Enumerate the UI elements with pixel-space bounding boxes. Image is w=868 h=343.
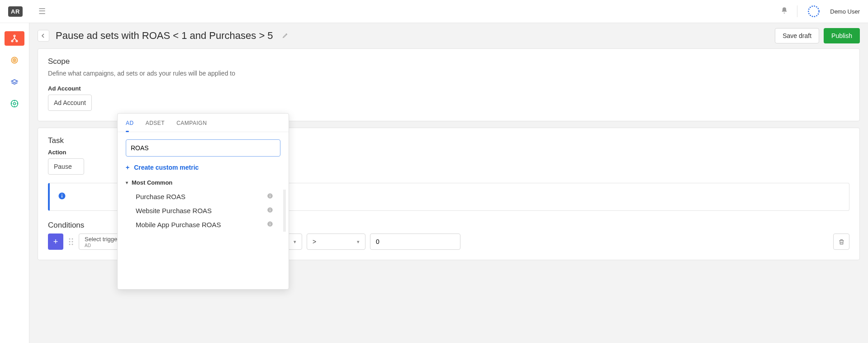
publish-button[interactable]: Publish	[824, 28, 860, 43]
svg-point-8	[14, 103, 16, 105]
tab-campaign[interactable]: CAMPAIGN	[176, 120, 207, 132]
action-select[interactable]: Pause	[48, 158, 84, 175]
chevron-down-icon: ▾	[126, 180, 128, 185]
metric-option[interactable]: Mobile App Purchase ROAS	[126, 218, 275, 232]
svg-point-15	[72, 241, 73, 243]
svg-rect-25	[270, 224, 270, 225]
popover-tabs: AD ADSET CAMPAIGN	[118, 114, 289, 132]
svg-point-17	[72, 244, 73, 245]
nav-target-icon[interactable]	[5, 53, 24, 67]
tab-ad[interactable]: AD	[126, 120, 134, 132]
edit-title-icon[interactable]	[282, 32, 289, 40]
drag-handle-icon[interactable]	[68, 233, 74, 250]
create-custom-metric[interactable]: + Create custom metric	[118, 162, 289, 177]
metric-popover: AD ADSET CAMPAIGN + Create custom metric…	[117, 113, 289, 290]
add-condition-button[interactable]: +	[48, 233, 63, 250]
scope-title: Scope	[48, 57, 849, 66]
top-header: AR ☰ Demo User	[0, 0, 868, 23]
create-custom-metric-label: Create custom metric	[134, 164, 199, 171]
svg-point-2	[11, 40, 13, 42]
delete-condition-button[interactable]	[833, 233, 849, 250]
left-nav-rail	[0, 23, 29, 343]
user-name: Demo User	[830, 8, 860, 15]
metric-label: Mobile App Purchase ROAS	[136, 221, 221, 229]
metric-group-label: Most Common	[132, 179, 172, 186]
bell-icon[interactable]	[781, 7, 788, 16]
metric-search-input[interactable]	[126, 139, 280, 157]
plus-icon: +	[126, 164, 129, 171]
app-logo: AR	[8, 6, 23, 17]
info-icon[interactable]	[267, 221, 273, 229]
svg-rect-11	[62, 194, 62, 195]
ad-account-select[interactable]: Ad Account	[48, 95, 92, 111]
main-area: Pause ad sets with ROAS < 1 and Purchase…	[29, 23, 868, 343]
svg-point-12	[69, 238, 71, 240]
metric-group-header[interactable]: ▾ Most Common	[118, 177, 289, 190]
tab-adset[interactable]: ADSET	[146, 120, 165, 132]
info-icon[interactable]	[267, 207, 273, 214]
svg-point-3	[16, 40, 17, 42]
operator-value: >	[313, 238, 316, 245]
svg-rect-26	[270, 223, 270, 223]
svg-rect-20	[270, 195, 270, 195]
content: Scope Define what campaigns, ad sets or …	[29, 48, 868, 268]
svg-rect-23	[270, 209, 270, 209]
svg-rect-10	[62, 195, 62, 197]
nav-blocks-icon[interactable]	[5, 75, 24, 89]
header-divider	[797, 5, 797, 17]
page-title: Pause ad sets with ROAS < 1 and Purchase…	[56, 30, 273, 42]
svg-point-6	[14, 60, 15, 61]
scope-card: Scope Define what campaigns, ad sets or …	[38, 48, 860, 121]
info-icon[interactable]	[267, 193, 273, 200]
metric-option[interactable]: Website Purchase ROAS	[126, 204, 275, 218]
svg-rect-19	[270, 195, 270, 197]
back-button[interactable]	[38, 30, 49, 42]
svg-point-0	[809, 6, 819, 16]
svg-point-14	[69, 241, 71, 243]
title-bar: Pause ad sets with ROAS < 1 and Purchase…	[29, 23, 868, 48]
nav-help-icon[interactable]	[5, 96, 24, 111]
nav-rules-icon[interactable]	[5, 31, 24, 46]
chevron-down-icon: ▾	[294, 239, 296, 245]
svg-point-16	[69, 244, 71, 245]
ad-account-label: Ad Account	[48, 85, 849, 92]
metric-list: Purchase ROAS Website Purchase ROAS Mobi…	[118, 190, 286, 232]
metric-label: Website Purchase ROAS	[136, 207, 212, 214]
chevron-down-icon: ▾	[357, 239, 360, 245]
save-draft-button[interactable]: Save draft	[775, 28, 819, 43]
menu-toggle-icon[interactable]: ☰	[38, 6, 46, 16]
svg-rect-22	[270, 210, 270, 211]
info-icon	[58, 192, 66, 202]
metric-label: Purchase ROAS	[136, 193, 185, 200]
scope-desc: Define what campaigns, ad sets or ads yo…	[48, 70, 849, 77]
metric-option[interactable]: Purchase ROAS	[126, 190, 275, 204]
operator-select[interactable]: > ▾	[307, 233, 365, 250]
svg-point-1	[14, 35, 15, 37]
condition-value-input[interactable]	[370, 233, 460, 250]
svg-point-13	[72, 238, 73, 240]
avatar[interactable]	[806, 4, 821, 19]
